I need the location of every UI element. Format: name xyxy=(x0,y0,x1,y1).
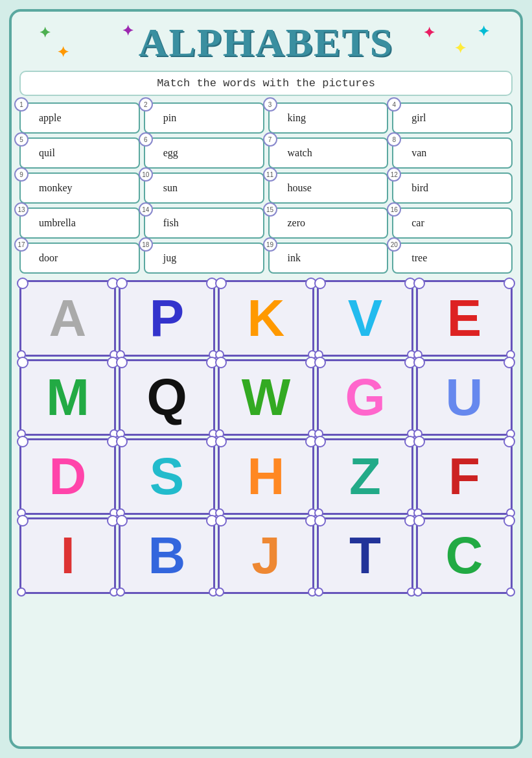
letter-box-W: W xyxy=(218,359,314,436)
title-area: ✦ ✦ ✦ ✦ ✦ ✦ ALPHABETS xyxy=(19,19,513,65)
letter-box-V: V xyxy=(317,280,413,357)
letter-char-I: I xyxy=(60,530,75,582)
word-cell-9: 9monkey xyxy=(19,172,140,204)
letter-char-W: W xyxy=(242,372,291,423)
letter-box-T: T xyxy=(317,517,413,594)
word-number-3: 3 xyxy=(263,97,277,112)
word-cell-18: 18jug xyxy=(144,243,264,274)
word-cell-11: 11house xyxy=(268,172,389,204)
star-3: ✦ xyxy=(122,23,133,40)
letter-box-E: E xyxy=(416,280,513,357)
letter-box-Z: Z xyxy=(317,438,413,515)
letter-box-D: D xyxy=(19,438,116,515)
letter-box-I: I xyxy=(19,517,116,594)
letter-char-A: A xyxy=(49,292,87,344)
word-number-13: 13 xyxy=(14,202,29,217)
word-number-14: 14 xyxy=(139,202,153,217)
letter-char-U: U xyxy=(446,372,483,423)
word-cell-15: 15zero xyxy=(268,207,389,239)
word-cell-14: 14fish xyxy=(144,207,264,239)
word-number-15: 15 xyxy=(263,202,277,217)
letter-box-K: K xyxy=(218,280,314,357)
letter-char-T: T xyxy=(349,530,381,582)
letter-box-B: B xyxy=(119,517,215,594)
letter-row-2: DSHZF xyxy=(19,438,513,515)
letter-char-G: G xyxy=(345,372,385,423)
letter-char-S: S xyxy=(150,451,184,503)
instruction-text: Match the words with the pictures xyxy=(157,77,375,89)
letter-box-C: C xyxy=(416,517,513,594)
word-text-4: girl xyxy=(411,112,426,124)
letter-box-Q: Q xyxy=(119,359,215,436)
word-text-13: umbrella xyxy=(39,217,76,229)
letters-section: APKVEMQWGUDSHZFIBJTC xyxy=(19,280,513,594)
star-5: ✦ xyxy=(454,40,466,57)
letter-char-B: B xyxy=(148,530,186,582)
word-number-11: 11 xyxy=(263,167,277,182)
word-cell-3: 3king xyxy=(268,102,389,134)
word-cell-10: 10sun xyxy=(144,172,264,204)
letter-box-M: M xyxy=(19,359,116,436)
star-1: ✦ xyxy=(39,25,51,41)
word-number-12: 12 xyxy=(387,167,401,182)
word-cell-7: 7watch xyxy=(268,137,389,169)
letter-char-P: P xyxy=(150,292,184,344)
star-2: ✦ xyxy=(57,44,69,61)
star-6: ✦ xyxy=(478,23,489,40)
star-4: ✦ xyxy=(423,25,435,41)
letter-row-3: IBJTC xyxy=(19,517,513,594)
word-number-8: 8 xyxy=(387,132,401,147)
word-text-16: car xyxy=(411,217,424,229)
letter-row-0: APKVE xyxy=(19,280,513,357)
word-cell-4: 4girl xyxy=(392,102,513,134)
word-text-19: ink xyxy=(288,252,301,264)
word-cell-17: 17door xyxy=(19,243,140,274)
word-text-7: watch xyxy=(288,147,312,159)
word-number-5: 5 xyxy=(14,132,29,147)
word-text-6: egg xyxy=(163,147,178,159)
letter-char-M: M xyxy=(46,372,89,423)
letter-char-Z: Z xyxy=(349,451,381,503)
word-number-4: 4 xyxy=(387,97,401,112)
word-cell-16: 16car xyxy=(392,207,513,239)
letter-char-H: H xyxy=(248,451,285,503)
word-text-8: van xyxy=(411,147,426,159)
letter-box-U: U xyxy=(416,359,513,436)
letter-box-F: F xyxy=(416,438,513,515)
letter-char-F: F xyxy=(448,451,480,503)
word-number-6: 6 xyxy=(139,132,153,147)
word-cell-20: 20tree xyxy=(392,243,513,274)
page-title: ALPHABETS xyxy=(139,20,394,64)
word-text-11: house xyxy=(288,182,312,194)
word-cell-19: 19ink xyxy=(268,243,389,274)
letter-box-P: P xyxy=(119,280,215,357)
word-cell-1: 1apple xyxy=(19,102,140,134)
word-text-14: fish xyxy=(163,217,179,229)
word-number-9: 9 xyxy=(14,167,29,182)
word-cell-6: 6egg xyxy=(144,137,264,169)
word-number-7: 7 xyxy=(263,132,277,147)
word-text-1: apple xyxy=(39,112,62,124)
letter-box-A: A xyxy=(19,280,116,357)
letter-row-1: MQWGU xyxy=(19,359,513,436)
letter-box-J: J xyxy=(218,517,314,594)
words-grid: 1apple2pin3king4girl5quil6egg7watch8van9… xyxy=(19,102,513,274)
main-container: ✦ ✦ ✦ ✦ ✦ ✦ ALPHABETS Match the words wi… xyxy=(9,9,523,749)
letter-char-Q: Q xyxy=(146,372,187,423)
letter-char-J: J xyxy=(251,530,281,582)
word-text-12: bird xyxy=(411,182,428,194)
word-number-19: 19 xyxy=(263,237,277,252)
word-cell-2: 2pin xyxy=(144,102,264,134)
word-number-1: 1 xyxy=(14,97,29,112)
letter-box-G: G xyxy=(317,359,413,436)
word-cell-5: 5quil xyxy=(19,137,140,169)
word-text-2: pin xyxy=(163,112,176,124)
letter-box-H: H xyxy=(218,438,314,515)
letter-char-V: V xyxy=(348,292,382,344)
word-number-20: 20 xyxy=(387,237,401,252)
word-cell-13: 13umbrella xyxy=(19,207,140,239)
word-number-18: 18 xyxy=(139,237,153,252)
letter-char-C: C xyxy=(446,530,483,582)
letter-char-D: D xyxy=(49,451,87,503)
word-text-10: sun xyxy=(163,182,178,194)
